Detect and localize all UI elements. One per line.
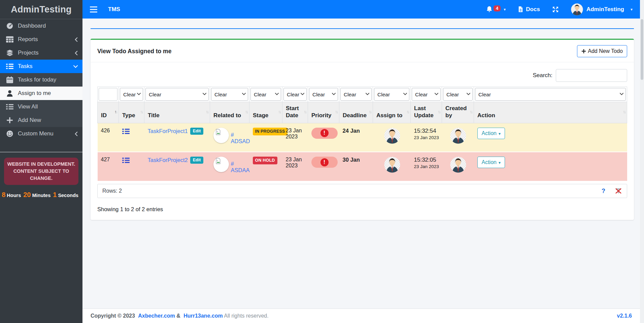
related-to-link[interactable]: # ASDAA	[231, 161, 250, 173]
filter-startdate-select[interactable]: Clear	[283, 88, 307, 101]
smile-icon	[6, 130, 13, 137]
column-header-related-to[interactable]: Related to↑↓	[210, 102, 249, 123]
footer-ampersand: &	[176, 313, 180, 319]
dev-warning-line2: CONTENT SUBJECT TO CHANGE.	[6, 168, 76, 182]
column-header-start-date[interactable]: Start Date↑↓	[282, 102, 308, 123]
sort-icon: ↑↓	[114, 109, 117, 115]
sidebar-item-assign-to-me[interactable]: Assign to me	[0, 87, 82, 100]
filter-title-select[interactable]: Clear	[145, 88, 209, 101]
column-header-id[interactable]: ID↑↓	[98, 102, 119, 123]
tachometer-icon	[6, 23, 13, 29]
column-header-assign-to[interactable]: Assign to↑↓	[373, 102, 411, 123]
countdown-seconds-label: Seconds	[58, 193, 78, 198]
filter-action-select[interactable]: Clear	[475, 88, 626, 101]
table-row: 426 TaskForProject1Edit # ADSAD	[98, 123, 627, 152]
related-avatar-placeholder	[213, 157, 229, 172]
document-icon	[518, 6, 523, 12]
edit-badge[interactable]: Edit	[190, 128, 204, 135]
countdown-hours: 8	[2, 191, 5, 198]
countdown-minutes: 20	[23, 191, 31, 198]
task-title-link[interactable]: TaskForProject2	[148, 157, 188, 163]
user-avatar	[571, 3, 583, 15]
main-area: TMS 4 ▾ Docs AdminTesting ▾	[82, 0, 640, 323]
dev-warning-banner: WEBSITE IN DEVELOPMENT. CONTENT SUBJECT …	[4, 158, 78, 185]
calendar-icon	[6, 76, 13, 83]
sidebar-item-projects[interactable]: Projects	[0, 46, 82, 60]
plus-icon	[6, 117, 13, 124]
hamburger-menu-icon[interactable]	[90, 6, 97, 12]
docs-link[interactable]: Docs	[518, 6, 540, 13]
related-to-link[interactable]: # ADSAD	[231, 132, 250, 144]
filter-assignto-select[interactable]: Clear	[374, 88, 409, 101]
countdown-seconds: 1	[53, 191, 57, 198]
filter-priority-select[interactable]: Clear	[309, 88, 338, 101]
navbar-app-title[interactable]: TMS	[108, 6, 120, 13]
fullscreen-icon[interactable]	[552, 6, 559, 13]
stage-badge: ON HOLD	[253, 157, 277, 164]
plus-icon	[581, 49, 586, 54]
creator-avatar	[450, 128, 466, 144]
sidebar-menu: Dashboard Reports Projects Tasks Tasks f…	[0, 19, 82, 140]
filter-stage-select[interactable]: Clear	[250, 88, 281, 101]
top-navbar: TMS 4 ▾ Docs AdminTesting ▾	[82, 0, 640, 19]
filter-createdby-select[interactable]: Clear	[443, 88, 473, 101]
sidebar-item-tasks-for-today[interactable]: Tasks for today	[0, 73, 82, 87]
sidebar-item-dashboard[interactable]: Dashboard	[0, 19, 82, 33]
column-header-action[interactable]: Action↑↓	[474, 102, 627, 123]
broken-image-icon	[215, 129, 222, 135]
stage-badge: IN PROGRESS	[253, 128, 287, 135]
filter-related-select[interactable]: Clear	[211, 88, 248, 101]
task-title-link[interactable]: TaskForProject1	[148, 128, 188, 134]
sidebar-item-reports[interactable]: Reports	[0, 33, 82, 46]
vertical-scrollbar[interactable]	[640, 0, 644, 323]
column-header-stage[interactable]: Stage↑↓	[249, 102, 282, 123]
rows-summary-bar: Rows: 2 ?	[97, 184, 627, 198]
last-update-date: 23 Jan 2023	[414, 135, 439, 140]
sidebar-item-custom-menu[interactable]: Custom Menu	[0, 127, 82, 140]
column-header-title[interactable]: Title↑↓	[144, 102, 210, 123]
filter-lastupdate-select[interactable]: Clear	[412, 88, 441, 101]
notification-count-badge: 4	[494, 5, 501, 11]
cell-deadline: 24 Jan	[339, 123, 373, 152]
docs-label: Docs	[526, 6, 540, 13]
rights-text: All rights reserved.	[224, 313, 269, 319]
column-header-type[interactable]: Type↑↓	[119, 102, 144, 123]
column-header-deadline[interactable]: Deadline↑↓	[339, 102, 373, 123]
add-new-todo-button[interactable]: Add New Todo	[577, 45, 627, 57]
sidebar-item-label: Reports	[18, 36, 75, 43]
sidebar-item-view-all[interactable]: View All	[0, 100, 82, 114]
filter-deadline-select[interactable]: Clear	[340, 88, 372, 101]
scrollbar-thumb[interactable]	[641, 19, 643, 80]
column-header-created-by[interactable]: Created by↑↓	[442, 102, 474, 123]
footer-link-axbecher[interactable]: Axbecher.com	[138, 313, 175, 319]
user-menu[interactable]: AdminTesting ▾	[571, 3, 633, 15]
sort-icon: ↑↓	[406, 109, 409, 115]
footer-link-hurr13ane[interactable]: Hurr13ane.com	[183, 313, 223, 319]
cell-id: 426	[98, 123, 119, 152]
filter-row: Clear Clear Clear Clear Clear Clear Clea…	[98, 87, 627, 102]
search-input[interactable]	[556, 69, 627, 82]
creator-avatar	[450, 157, 466, 173]
edit-badge[interactable]: Edit	[190, 157, 204, 164]
chevron-left-icon	[75, 132, 78, 136]
sidebar-item-add-new[interactable]: Add New	[0, 114, 82, 127]
help-button[interactable]: ?	[602, 188, 605, 195]
caret-down-icon: ▾	[499, 131, 501, 136]
brand-logo[interactable]: AdminTesting	[0, 0, 82, 19]
page-footer: Copyright © 2023 Axbecher.com & Hurr13an…	[82, 309, 640, 323]
sidebar-item-tasks[interactable]: Tasks	[0, 60, 82, 73]
column-header-last-update[interactable]: Last Update↑↓	[411, 102, 442, 123]
cell-last-update: 15:32:54 23 Jan 2023	[411, 123, 442, 152]
todo-card: View Todo Assigned to me Add New Todo Se…	[91, 39, 634, 220]
cell-last-update: 15:32:05 23 Jan 2023	[411, 152, 442, 181]
rows-count: Rows: 2	[102, 188, 122, 194]
filter-type-select[interactable]: Clear	[120, 88, 143, 101]
column-header-priority[interactable]: Priority↑↓	[308, 102, 339, 123]
action-dropdown-button[interactable]: Action▾	[477, 128, 505, 139]
navbar-right-group: 4 ▾ Docs AdminTesting ▾	[486, 3, 633, 15]
notifications-dropdown[interactable]: 4 ▾	[486, 6, 506, 13]
action-dropdown-button[interactable]: Action▾	[477, 157, 505, 168]
exclamation-icon: !	[320, 158, 329, 166]
filter-id-input[interactable]	[99, 88, 117, 101]
clear-filters-icon[interactable]	[615, 187, 622, 195]
